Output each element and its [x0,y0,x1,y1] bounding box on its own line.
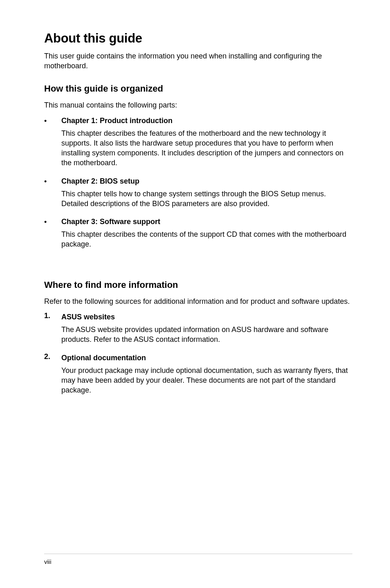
spacer [44,257,352,280]
list-item: 2. Optional documentation Your product p… [44,352,352,401]
item-title: Chapter 1: Product introduction [61,115,352,126]
page-footer: viii [44,554,352,566]
item-body: Optional documentation Your product pack… [61,352,352,401]
item-text: Your product package may include optiona… [61,366,352,395]
item-body: Chapter 3: Software support This chapter… [61,216,352,255]
page-number: viii [44,558,352,565]
intro-text: This user guide contains the information… [44,52,352,71]
section1-intro: This manual contains the following parts… [44,101,352,110]
section2-intro: Refer to the following sources for addit… [44,297,352,307]
item-text: The ASUS website provides updated inform… [61,325,352,345]
footer-divider [44,554,352,554]
page-content: About this guide This user guide contain… [44,31,352,401]
list-item: • Chapter 1: Product introduction This c… [44,115,352,174]
item-text: This chapter describes the features of t… [61,129,352,168]
section2-heading: Where to find more information [44,280,352,290]
item-body: Chapter 1: Product introduction This cha… [61,115,352,174]
item-number: 2. [44,352,61,401]
item-body: ASUS websites The ASUS website provides … [61,312,352,350]
list-item: • Chapter 3: Software support This chapt… [44,216,352,255]
bullet-icon: • [44,176,61,215]
bullet-icon: • [44,216,61,255]
item-number: 1. [44,312,61,350]
section1-heading: How this guide is organized [44,83,352,94]
item-text: This chapter describes the contents of t… [61,230,352,249]
item-title: Optional documentation [61,352,352,364]
list-item: • Chapter 2: BIOS setup This chapter tel… [44,176,352,215]
item-text: This chapter tells how to change system … [61,189,352,209]
item-title: ASUS websites [61,312,352,323]
bullet-icon: • [44,115,61,174]
item-body: Chapter 2: BIOS setup This chapter tells… [61,176,352,215]
item-title: Chapter 3: Software support [61,216,352,227]
page-title: About this guide [44,31,352,46]
item-title: Chapter 2: BIOS setup [61,176,352,187]
list-item: 1. ASUS websites The ASUS website provid… [44,312,352,350]
